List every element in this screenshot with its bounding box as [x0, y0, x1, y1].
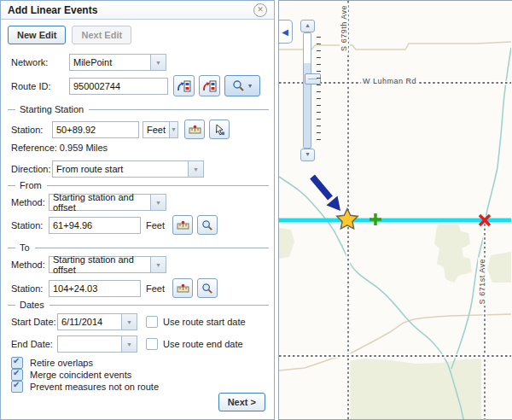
network-combobox[interactable]: MilePoint ▼ [69, 54, 166, 71]
route-search-dropdown-button[interactable]: ▼ [224, 75, 260, 96]
clear-route-red-arrow-icon [202, 79, 217, 93]
chevron-down-icon[interactable]: ▼ [188, 160, 204, 178]
from-station-locate-button[interactable] [172, 215, 193, 235]
to-station-label: Station: [11, 283, 49, 294]
from-legend: From [8, 180, 269, 190]
station-ruler-icon [177, 220, 189, 230]
ss-units-combobox[interactable]: Feet ▼ [143, 121, 178, 138]
collapse-panel-button[interactable]: ◀ [278, 20, 293, 44]
star-marker-icon [337, 209, 358, 229]
end-date-combobox[interactable]: ▼ [57, 335, 137, 353]
zoom-slider-ticks [317, 37, 321, 144]
zoom-out-button[interactable]: ▼ [300, 149, 315, 161]
chevron-down-icon[interactable]: ▼ [150, 54, 166, 71]
add-linear-events-panel: Add Linear Events ✕ New Edit Next Edit N… [0, 0, 275, 420]
use-route-start-date-checkbox[interactable] [146, 316, 158, 328]
retire-overlaps-label: Retire overlaps [30, 358, 93, 368]
to-method-combobox[interactable]: Starting station and offset ▼ [49, 256, 166, 273]
start-date-value: 6/11/2014 [57, 313, 121, 330]
end-date-label: End Date: [11, 339, 57, 349]
from-method-combobox[interactable]: Starting station and offset ▼ [49, 194, 166, 211]
route-id-label: Route ID: [11, 81, 69, 91]
from-legend-text: From [20, 180, 42, 190]
end-date-value [57, 335, 121, 353]
zoom-slider[interactable]: ▲ ▼ [298, 20, 323, 161]
close-icon[interactable]: ✕ [253, 3, 267, 17]
merge-coincident-events-checkbox[interactable] [11, 369, 23, 381]
road-label-s-671st-ave: S 671st Ave [478, 257, 486, 306]
direction-combobox[interactable]: From route start ▼ [52, 160, 204, 178]
field-polygon [487, 252, 511, 283]
to-legend: To [8, 242, 269, 253]
prevent-measures-checkbox[interactable] [11, 381, 23, 393]
use-route-start-date-label: Use route start date [163, 317, 246, 327]
caret-down-icon: ▼ [247, 83, 253, 89]
starting-station-legend: Starting Station [8, 104, 269, 114]
plus-marker-icon [369, 213, 381, 225]
road-label-w-luhman-rd: W Luhman Rd [361, 77, 418, 85]
annotation-arrow-icon [312, 177, 340, 211]
map-canvas[interactable]: W Luhman Rd S 679th Ave S 671st Ave ◀ ▲ … [278, 0, 512, 420]
ss-units-value: Feet [143, 121, 169, 138]
chevron-down-icon[interactable]: ▼ [169, 121, 178, 138]
use-route-end-date-label: Use route end date [163, 339, 243, 349]
direction-label: Direction: [11, 164, 52, 174]
network-value: MilePoint [69, 54, 150, 71]
panel-header: Add Linear Events ✕ [1, 1, 274, 20]
clear-route-selection-button[interactable] [199, 75, 220, 96]
zoom-in-button[interactable]: ▲ [300, 20, 315, 32]
road-label-s-679th-ave: S 679th Ave [340, 3, 348, 53]
search-icon [201, 219, 213, 231]
ss-station-locate-button[interactable] [184, 120, 205, 139]
next-button[interactable]: Next > [218, 393, 265, 411]
from-search-button[interactable] [197, 215, 218, 235]
field-polygon [279, 228, 294, 259]
to-station-locate-button[interactable] [172, 278, 193, 298]
reference-text: Reference: 0.959 Miles [11, 143, 108, 153]
select-route-blue-arrow-icon [177, 79, 191, 93]
pointer-select-icon [214, 124, 225, 136]
to-method-value: Starting station and offset [49, 256, 150, 273]
route-id-input[interactable]: 950002744 [69, 78, 168, 95]
to-units-label: Feet [146, 283, 165, 294]
station-ruler-icon [177, 283, 189, 294]
start-date-label: Start Date: [11, 317, 57, 327]
prevent-measures-label: Prevent measures not on route [30, 382, 159, 392]
chevron-down-icon[interactable]: ▼ [150, 194, 166, 211]
merge-coincident-events-label: Merge coincident events [30, 370, 131, 380]
chevron-down-icon[interactable]: ▼ [121, 335, 137, 353]
start-date-combobox[interactable]: 6/11/2014 ▼ [57, 313, 137, 330]
dates-legend: Dates [8, 300, 269, 310]
dates-legend-text: Dates [20, 300, 44, 310]
from-station-input[interactable]: 61+94.96 [49, 217, 141, 234]
chevron-down-icon[interactable]: ▼ [150, 256, 166, 273]
starting-station-legend-text: Starting Station [20, 104, 84, 114]
chevron-left-icon: ◀ [282, 27, 288, 37]
to-station-input[interactable]: 104+24.03 [49, 280, 141, 297]
from-units-label: Feet [146, 220, 165, 230]
search-icon [201, 283, 213, 295]
from-station-label: Station: [11, 220, 49, 230]
stream-line [451, 48, 511, 369]
to-search-button[interactable] [197, 278, 218, 298]
retire-overlaps-checkbox[interactable] [11, 357, 23, 369]
ss-station-input[interactable]: 50+89.92 [52, 121, 139, 138]
ss-pick-on-map-button[interactable] [209, 120, 230, 139]
to-legend-text: To [20, 242, 30, 253]
station-ruler-icon [189, 125, 201, 135]
application-window: Add Linear Events ✕ New Edit Next Edit N… [0, 0, 512, 420]
panel-title: Add Linear Events [8, 4, 253, 16]
new-edit-button[interactable]: New Edit [8, 26, 66, 44]
chevron-down-icon[interactable]: ▼ [121, 313, 137, 330]
zoom-slider-track[interactable] [303, 32, 311, 149]
from-method-value: Starting station and offset [49, 194, 150, 211]
from-method-label: Method: [11, 197, 49, 207]
direction-value: From route start [52, 160, 188, 178]
select-route-on-map-button[interactable] [173, 75, 195, 96]
next-edit-button[interactable]: Next Edit [72, 26, 131, 44]
use-route-end-date-checkbox[interactable] [146, 338, 158, 350]
search-icon [232, 79, 245, 92]
to-method-label: Method: [11, 260, 49, 270]
ss-station-label: Station: [11, 125, 52, 135]
field-polygon [434, 225, 472, 283]
